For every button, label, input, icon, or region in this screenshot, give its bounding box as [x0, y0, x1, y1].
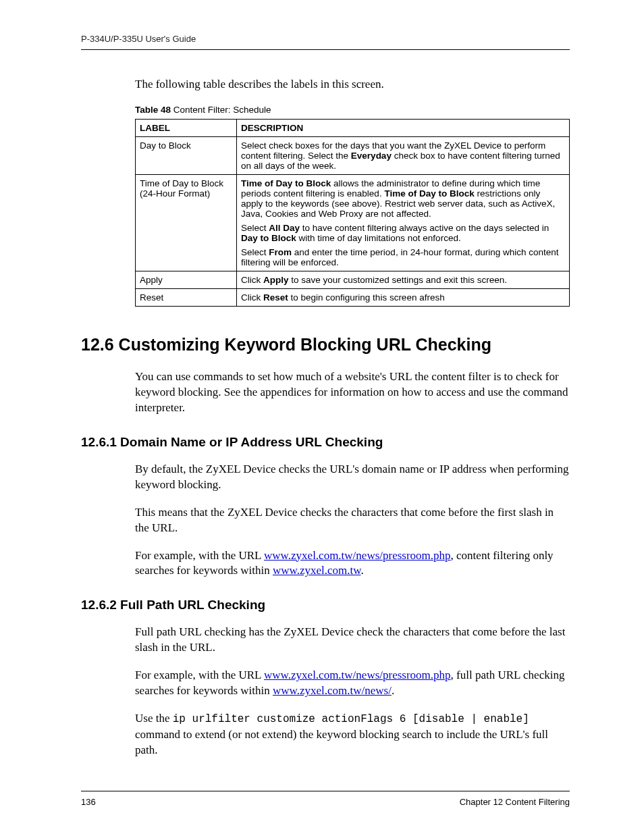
- row-desc: Click Reset to begin configuring this sc…: [237, 288, 570, 306]
- row-label: Time of Day to Block (24-Hour Format): [136, 174, 237, 271]
- para: This means that the ZyXEL Device checks …: [135, 505, 570, 536]
- content-filter-schedule-table: LABEL DESCRIPTION Day to Block Select ch…: [135, 119, 570, 307]
- link-url-example-2[interactable]: www.zyxel.com.tw/news/pressroom.php: [264, 669, 451, 681]
- para: By default, the ZyXEL Device checks the …: [135, 462, 570, 493]
- para: For example, with the URL www.zyxel.com.…: [135, 668, 570, 699]
- intro-paragraph: The following table describes the labels…: [135, 77, 570, 93]
- link-domain-path-2[interactable]: www.zyxel.com.tw/news/: [273, 684, 392, 697]
- page-number: 136: [81, 797, 96, 807]
- header-description: DESCRIPTION: [237, 119, 570, 136]
- guide-title: P-334U/P-335U User's Guide: [81, 34, 196, 44]
- row-label: Apply: [136, 271, 237, 288]
- table-row: Apply Click Apply to save your customize…: [136, 271, 570, 288]
- row-label: Day to Block: [136, 136, 237, 174]
- section-12-6-para: You can use commands to set how much of …: [135, 369, 570, 416]
- header-label: LABEL: [136, 119, 237, 136]
- para: Use the ip urlfilter customize actionFla…: [135, 711, 570, 758]
- subsection-heading-12-6-1: 12.6.1 Domain Name or IP Address URL Che…: [81, 435, 570, 450]
- row-desc: Click Apply to save your customized sett…: [237, 271, 570, 288]
- link-url-example-1[interactable]: www.zyxel.com.tw/news/pressroom.php: [264, 549, 451, 562]
- section-heading-12-6: 12.6 Customizing Keyword Blocking URL Ch…: [81, 335, 570, 355]
- row-desc: Select check boxes for the days that you…: [237, 136, 570, 174]
- subsection-heading-12-6-2: 12.6.2 Full Path URL Checking: [81, 598, 570, 613]
- command-code: ip urlfilter customize actionFlags 6 [di…: [173, 713, 529, 725]
- table-title: Content Filter: Schedule: [171, 105, 271, 115]
- page-footer: 136 Chapter 12 Content Filtering: [81, 791, 570, 807]
- table-header-row: LABEL DESCRIPTION: [136, 119, 570, 136]
- table-row: Reset Click Reset to begin configuring t…: [136, 288, 570, 306]
- para: For example, with the URL www.zyxel.com.…: [135, 548, 570, 579]
- para: Full path URL checking has the ZyXEL Dev…: [135, 625, 570, 656]
- link-domain-1[interactable]: www.zyxel.com.tw: [273, 564, 360, 577]
- chapter-label: Chapter 12 Content Filtering: [460, 797, 570, 807]
- row-label: Reset: [136, 288, 237, 306]
- table-row: Day to Block Select check boxes for the …: [136, 136, 570, 174]
- page-header: P-334U/P-335U User's Guide: [81, 34, 570, 50]
- table-caption: Table 48 Content Filter: Schedule: [135, 105, 570, 115]
- table-number: Table 48: [135, 105, 171, 115]
- table-row: Time of Day to Block (24-Hour Format) Ti…: [136, 174, 570, 271]
- row-desc: Time of Day to Block allows the administ…: [237, 174, 570, 271]
